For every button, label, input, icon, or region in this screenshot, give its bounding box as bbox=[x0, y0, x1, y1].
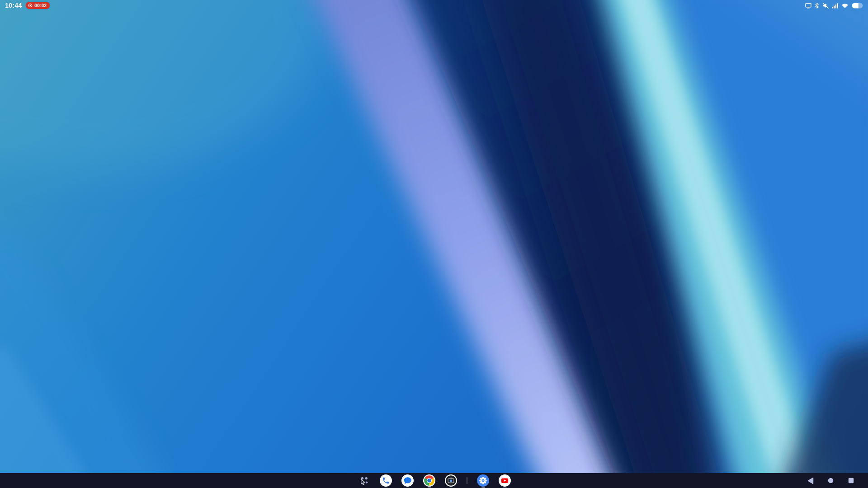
external-display-icon bbox=[805, 3, 811, 9]
recents-square-icon bbox=[848, 478, 854, 483]
youtube-app-button[interactable] bbox=[499, 474, 511, 487]
wallpaper[interactable] bbox=[0, 0, 868, 488]
taskbar bbox=[0, 473, 868, 488]
youtube-icon bbox=[499, 474, 511, 487]
android-desktop: 10:44 00:02 bbox=[0, 0, 868, 488]
record-duration: 00:02 bbox=[34, 3, 47, 8]
taskbar-nav bbox=[807, 473, 854, 488]
messages-app-button[interactable] bbox=[401, 474, 414, 487]
back-triangle-icon bbox=[807, 477, 814, 484]
wifi-icon bbox=[841, 3, 849, 9]
messages-icon bbox=[401, 474, 414, 487]
screen-record-badge[interactable]: 00:02 bbox=[26, 2, 50, 9]
status-bar: 10:44 00:02 bbox=[0, 0, 868, 11]
volume-muted-icon bbox=[822, 3, 829, 9]
taskbar-apps bbox=[358, 474, 511, 487]
recents-button[interactable] bbox=[847, 477, 854, 484]
taskbar-divider bbox=[467, 477, 467, 484]
home-circle-icon bbox=[828, 478, 834, 483]
camera-icon bbox=[445, 474, 457, 487]
phone-icon bbox=[380, 474, 392, 487]
status-bar-right[interactable] bbox=[805, 0, 863, 11]
home-button[interactable] bbox=[827, 477, 834, 484]
screen-record-icon bbox=[28, 3, 33, 8]
phone-app-button[interactable] bbox=[380, 474, 392, 487]
chrome-app-button[interactable] bbox=[423, 474, 435, 487]
cellular-signal-icon bbox=[832, 3, 838, 9]
back-button[interactable] bbox=[807, 477, 814, 484]
camera-app-button[interactable] bbox=[445, 474, 457, 487]
all-apps-grid-cursor-icon bbox=[358, 474, 370, 487]
status-bar-left[interactable]: 10:44 00:02 bbox=[5, 0, 50, 11]
all-apps-button[interactable] bbox=[358, 474, 370, 487]
settings-icon bbox=[477, 474, 489, 487]
settings-app-button[interactable] bbox=[477, 474, 489, 487]
bluetooth-icon bbox=[815, 3, 819, 9]
clock: 10:44 bbox=[5, 2, 22, 9]
chrome-icon bbox=[423, 474, 435, 487]
battery-icon bbox=[852, 3, 863, 9]
